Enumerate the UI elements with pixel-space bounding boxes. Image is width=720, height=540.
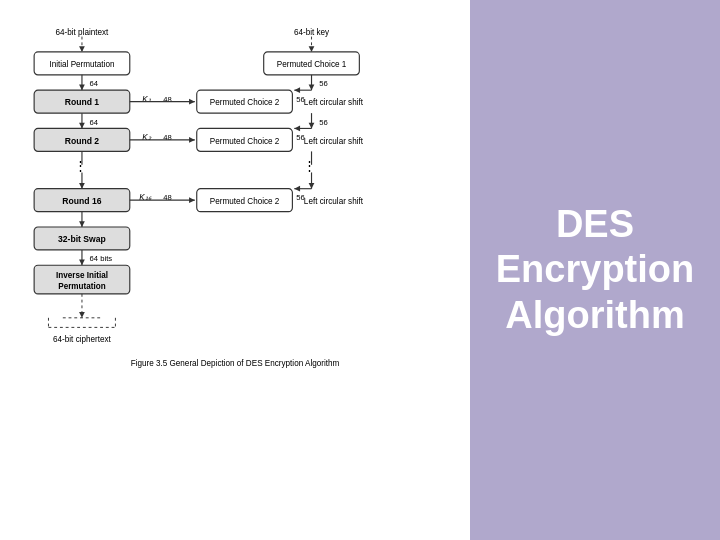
label-ciphertext: 64-bit ciphertext (53, 335, 112, 344)
label-lcs2: Left circular shift (304, 137, 364, 146)
svg-marker-35 (189, 197, 195, 203)
label-64a: 64 (90, 79, 99, 88)
figure-caption: Figure 3.5 General Depiction of DES Encr… (131, 359, 340, 368)
label-k16: K₁₆ (139, 193, 151, 202)
label-64b: 64 (90, 118, 99, 127)
svg-marker-37 (294, 186, 300, 192)
label-k2: K₂ (142, 133, 151, 142)
diagram-panel: 64-bit plaintext 64-bit key Initial Perm… (0, 0, 470, 540)
svg-marker-31 (309, 183, 315, 189)
svg-marker-39 (79, 221, 85, 227)
svg-marker-42 (79, 259, 85, 265)
title-line1: DES (556, 203, 634, 245)
svg-marker-13 (189, 99, 195, 105)
title-line2: Encryption (496, 248, 694, 290)
label-k1: K₁ (142, 95, 150, 104)
label-lcs16: Left circular shift (304, 197, 364, 206)
svg-marker-17 (79, 123, 85, 129)
svg-marker-9 (309, 84, 315, 90)
label-48c: 48 (163, 193, 172, 202)
dots-right: ⋮ (303, 158, 316, 173)
des-diagram: 64-bit plaintext 64-bit key Initial Perm… (15, 10, 455, 530)
svg-marker-23 (189, 137, 195, 143)
svg-marker-1 (79, 46, 85, 52)
label-inv-perm-line2: Permutation (58, 282, 105, 291)
title-line3: Algorithm (505, 294, 684, 336)
label-key: 64-bit key (294, 28, 330, 37)
label-lcs1: Left circular shift (304, 98, 364, 107)
label-pc2-r2: Permuted Choice 2 (210, 137, 280, 146)
svg-marker-7 (79, 84, 85, 90)
label-32bitswap: 32-bit Swap (58, 234, 106, 244)
label-round16: Round 16 (62, 196, 101, 206)
label-pc2-r16: Permuted Choice 2 (210, 197, 280, 206)
svg-marker-29 (79, 183, 85, 189)
label-56c: 56 (319, 118, 327, 127)
label-48b: 48 (163, 133, 172, 142)
svg-marker-45 (79, 312, 85, 318)
svg-marker-15 (294, 87, 300, 93)
slide-title: DES Encryption Algorithm (496, 202, 694, 339)
svg-marker-25 (294, 126, 300, 132)
title-panel: DES Encryption Algorithm (470, 0, 720, 540)
label-plaintext: 64-bit plaintext (56, 28, 110, 37)
label-pc2-r1: Permuted Choice 2 (210, 98, 280, 107)
label-48a: 48 (163, 95, 172, 104)
svg-marker-3 (309, 46, 315, 52)
label-initial-perm: Initial Permutation (49, 60, 114, 69)
label-64bits: 64 bits (90, 254, 113, 263)
label-inv-perm-line1: Inverse Initial (56, 271, 108, 280)
label-round2: Round 2 (65, 136, 100, 146)
label-pc1: Permuted Choice 1 (277, 60, 347, 69)
svg-marker-19 (309, 123, 315, 129)
label-56a: 56 (319, 79, 327, 88)
dots-left: ⋮ (74, 158, 87, 173)
label-round1: Round 1 (65, 97, 100, 107)
